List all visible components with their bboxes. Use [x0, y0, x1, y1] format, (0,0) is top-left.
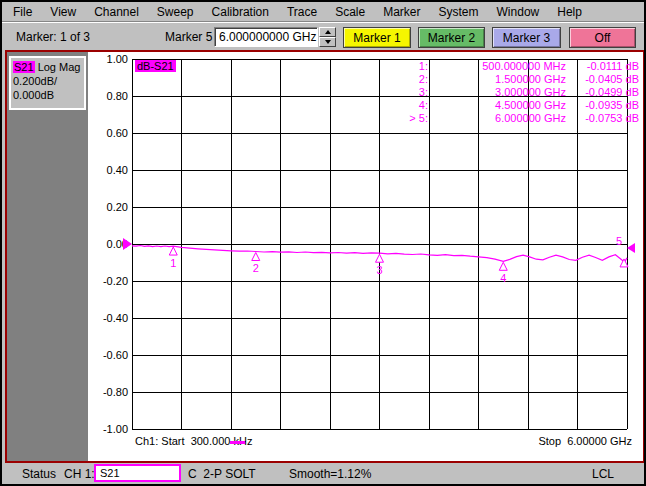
y-axis-tick: 0.40 [90, 164, 128, 176]
spinner-down-button[interactable] [319, 37, 336, 47]
marker-triangle-icon [169, 247, 177, 255]
y-axis-tick: -0.60 [90, 349, 128, 361]
trace-title-badge: dB-S21 [135, 60, 176, 72]
menu-bar: File View Channel Sweep Calibration Trac… [2, 2, 644, 22]
measurement-display: S21 Log Mag 0.200dB/ 0.000dB 1.00 0.80 0… [5, 50, 645, 463]
menu-marker[interactable]: Marker [374, 3, 429, 21]
channel-label: CH 1: [64, 467, 95, 481]
menu-file[interactable]: File [4, 3, 41, 21]
y-axis-tick: -0.80 [90, 386, 128, 398]
marker-number-label: 1 [170, 257, 176, 269]
marker5-spinner [319, 27, 336, 47]
menu-scale[interactable]: Scale [326, 3, 374, 21]
active-marker-icon [627, 243, 635, 253]
lcl-mode-label: LCL [592, 467, 614, 481]
marker-value: -0.0111 dB [566, 60, 639, 72]
y-axis-tick: 1.00 [90, 53, 128, 65]
menu-calibration[interactable]: Calibration [203, 3, 278, 21]
marker3-button[interactable]: Marker 3 [492, 27, 561, 48]
marker-number-label: 2 [253, 262, 259, 274]
y-axis-tick: -0.20 [90, 275, 128, 287]
cal-status-label: C 2-P SOLT [188, 467, 256, 481]
sweep-stop-label: Stop 6.00000 GHz [538, 435, 632, 447]
y-axis-tick: 0.60 [90, 127, 128, 139]
marker-triangle-icon [499, 262, 507, 270]
marker-toolbar: Marker: 1 of 3 Marker 5 6.000000000 GHz … [2, 24, 644, 50]
spinner-down-icon [325, 40, 331, 44]
marker-value: -0.0753 dB [566, 112, 639, 124]
marker-frequency: 3.000000 GHz [428, 86, 566, 98]
y-axis-tick: 0.20 [90, 201, 128, 213]
marker-status-label: Marker: 1 of 3 [16, 30, 90, 44]
marker-triangle-icon [376, 254, 384, 262]
y-axis-tick: 0.80 [90, 90, 128, 102]
menu-trace[interactable]: Trace [278, 3, 326, 21]
marker-value: -0.0499 dB [566, 86, 639, 98]
trace-name-badge: S21 [13, 61, 35, 73]
menu-view[interactable]: View [41, 3, 85, 21]
marker-value: -0.0405 dB [566, 73, 639, 85]
y-axis-tick: -1.00 [90, 423, 128, 435]
vna-application-window: File View Channel Sweep Calibration Trac… [0, 0, 646, 486]
marker-frequency: 4.500000 GHz [428, 99, 566, 111]
menu-window[interactable]: Window [488, 3, 549, 21]
marker-frequency: 500.000000 MHz [428, 60, 566, 72]
marker-readout-row: 1:500.000000 MHz-0.0111 dB [398, 60, 639, 72]
marker-number: > 5: [398, 112, 428, 124]
marker-readout-row: 2:1.500000 GHz-0.0405 dB [398, 73, 639, 85]
status-bar: Status CH 1: S21 C 2-P SOLT Smooth=1.12%… [2, 463, 644, 484]
marker-number-label: 3 [376, 264, 382, 276]
marker-readout-row: > 5:6.000000 GHz-0.0753 dB [398, 112, 639, 124]
trace-format-label: Log Mag [35, 61, 81, 73]
sweep-range-line: Ch1: Start 300.000 kHz Stop 6.00000 GHz [135, 435, 635, 449]
marker-number-label: 4 [500, 272, 506, 284]
marker1-button[interactable]: Marker 1 [343, 27, 411, 48]
marker-readout-row: 3:3.000000 GHz-0.0499 dB [398, 86, 639, 98]
marker-number-label: 5 [616, 235, 622, 247]
marker-frequency: 6.000000 GHz [428, 112, 566, 124]
marker-triangle-icon [252, 252, 260, 260]
marker-off-button[interactable]: Off [569, 27, 636, 48]
marker-frequency: 1.500000 GHz [428, 73, 566, 85]
trace-sidebar: S21 Log Mag 0.200dB/ 0.000dB [7, 52, 88, 461]
menu-system[interactable]: System [430, 3, 488, 21]
menu-help[interactable]: Help [548, 3, 591, 21]
status-label: Status [22, 467, 56, 481]
marker-readout-row: 4:4.500000 GHz-0.0935 dB [398, 99, 639, 111]
marker-number: 1: [398, 60, 428, 72]
trace-reference-label: 0.000dB [13, 88, 82, 102]
spinner-up-icon [325, 30, 331, 34]
marker-number: 3: [398, 86, 428, 98]
menu-channel[interactable]: Channel [85, 3, 148, 21]
marker2-button[interactable]: Marker 2 [418, 27, 485, 48]
marker-value: -0.0935 dB [566, 99, 639, 111]
active-trace-box[interactable]: S21 [95, 465, 180, 481]
marker5-frequency-input[interactable]: 6.000000000 GHz [214, 27, 318, 47]
y-axis-tick: -0.40 [90, 312, 128, 324]
trace-scale-label: 0.200dB/ [13, 74, 82, 88]
trace-color-dash-icon [230, 441, 245, 444]
smoothing-label: Smooth=1.12% [289, 467, 371, 481]
menu-sweep[interactable]: Sweep [148, 3, 203, 21]
marker5-label: Marker 5 [165, 30, 212, 44]
y-axis-tick: 0.00 [90, 238, 128, 250]
marker-number: 4: [398, 99, 428, 111]
marker-number: 2: [398, 73, 428, 85]
plot-area: 12345 dB-S21 1:500.000000 MHz-0.0111 dB … [132, 59, 627, 429]
spinner-up-button[interactable] [319, 27, 336, 37]
trace-info-box[interactable]: S21 Log Mag 0.200dB/ 0.000dB [9, 56, 86, 110]
